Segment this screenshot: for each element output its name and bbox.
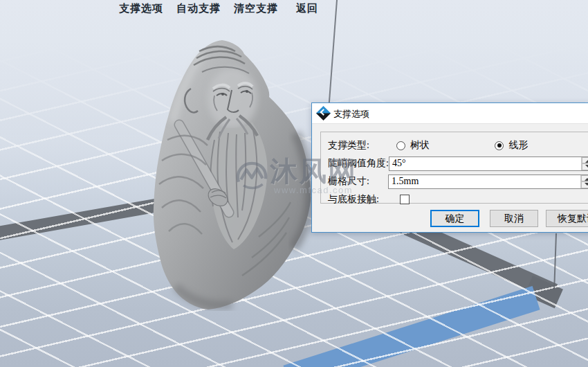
threshold-angle-row: 陡峭阈值角度: — [328, 154, 588, 172]
spinner-down-icon[interactable] — [581, 181, 588, 188]
threshold-angle-field — [389, 156, 588, 171]
app-window: 支撑选项 自动支撑 清空支撑 返回 支撑选项 支撑类型: 树状 线形 — [0, 0, 588, 367]
top-menubar: 支撑选项 自动支撑 清空支撑 返回 — [0, 0, 588, 17]
threshold-angle-label: 陡峭阈值角度: — [328, 157, 389, 170]
radio-tree-icon[interactable] — [396, 141, 405, 150]
grid-size-label: 栅格尺寸: — [328, 175, 388, 188]
app-logo-icon — [316, 106, 331, 120]
threshold-angle-spinner — [581, 157, 588, 170]
grid-size-spinner — [580, 175, 588, 188]
threshold-angle-input[interactable] — [389, 157, 584, 170]
menu-item-auto-support[interactable]: 自动支撑 — [176, 2, 221, 15]
dialog-title: 支撑选项 — [333, 108, 369, 120]
ok-button[interactable]: 确定 — [430, 210, 479, 227]
support-type-row: 支撑类型: 树状 线形 — [328, 136, 588, 154]
radio-option-tree[interactable]: 树状 — [396, 139, 495, 152]
spinner-up-icon[interactable] — [582, 157, 588, 164]
grid-size-row: 栅格尺寸: — [328, 172, 588, 190]
support-type-label: 支撑类型: — [328, 139, 396, 152]
support-options-dialog: 支撑选项 支撑类型: 树状 线形 陡峭阈值角度: — [311, 102, 588, 233]
radio-option-linear[interactable]: 线形 — [495, 139, 588, 152]
touch-plate-label: 与底板接触: — [328, 193, 400, 206]
grid-size-input[interactable] — [389, 175, 583, 188]
touch-plate-checkbox[interactable] — [400, 195, 410, 204]
model-statue[interactable] — [147, 29, 322, 316]
menu-item-clear-support[interactable]: 清空支撑 — [234, 2, 278, 15]
radio-linear-label: 线形 — [508, 139, 528, 152]
radio-linear-icon[interactable] — [495, 141, 504, 150]
menu-item-support-options[interactable]: 支撑选项 — [119, 2, 163, 15]
menu-item-back[interactable]: 返回 — [296, 2, 318, 15]
spinner-up-icon[interactable] — [581, 175, 588, 182]
radio-tree-label: 树状 — [410, 139, 430, 152]
spinner-down-icon[interactable] — [582, 163, 588, 170]
restore-defaults-button[interactable]: 恢复默认 — [546, 210, 588, 227]
cancel-button[interactable]: 取消 — [490, 210, 538, 227]
grid-size-field — [388, 174, 588, 189]
support-settings-group: 支撑类型: 树状 线形 陡峭阈值角度: — [320, 132, 588, 204]
dialog-titlebar[interactable]: 支撑选项 — [312, 103, 588, 124]
touch-plate-row: 与底板接触: — [328, 190, 588, 208]
